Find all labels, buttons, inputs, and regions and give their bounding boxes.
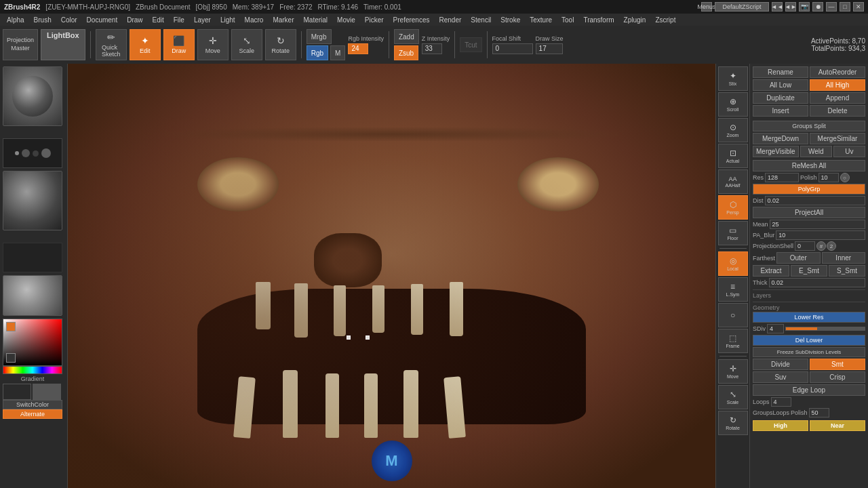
win-close-btn[interactable]: ✕ [853, 2, 864, 12]
merge-similar-button[interactable]: MergeSimilar [810, 133, 865, 144]
high-badge[interactable]: High [753, 420, 808, 431]
merge-visible-button[interactable]: MergeVisible [753, 146, 799, 157]
uv-button[interactable]: Uv [833, 146, 865, 157]
win-prev-btn[interactable]: ◄◄ [772, 2, 783, 12]
actual-button[interactable]: ⊡ Actual [718, 144, 748, 168]
polish-value2[interactable]: 50 [809, 408, 829, 418]
floor-button[interactable]: ▭ Floor [718, 221, 748, 245]
move-button[interactable]: ✛ Move [197, 29, 229, 60]
draw-button[interactable]: ⬛ Draw [163, 29, 195, 60]
quick-sketch-button[interactable]: ✏ QuickSketch [96, 29, 127, 60]
mrgb-button[interactable]: Mrgb [307, 29, 332, 44]
menu-render[interactable]: Render [435, 16, 466, 24]
merge-down-button[interactable]: MergeDown [753, 133, 808, 144]
material-preview[interactable] [3, 171, 62, 230]
divide-button[interactable]: Divide [753, 359, 808, 370]
all-high-button[interactable]: All High [810, 79, 865, 91]
alternate-button[interactable]: Alternate [3, 409, 62, 419]
dist-value[interactable]: 0.02 [765, 196, 866, 205]
sdiv-value[interactable]: 4 [767, 324, 784, 333]
menu-light[interactable]: Light [216, 16, 239, 24]
draw-size-value[interactable]: 17 [536, 43, 563, 54]
menu-alpha[interactable]: Alpha [3, 16, 28, 24]
menu-zplugin[interactable]: Zplugin [620, 16, 650, 24]
proj-shell-btn1[interactable]: # [816, 241, 826, 251]
duplicate-button[interactable]: Duplicate [753, 92, 808, 104]
auto-reorder-button[interactable]: AutoReorder [810, 66, 865, 78]
menu-transform[interactable]: Transform [579, 16, 618, 24]
menu-stencil[interactable]: Stencil [467, 16, 495, 24]
del-lower-button[interactable]: Del Lower [753, 335, 865, 346]
menu-brush[interactable]: Brush [30, 16, 56, 24]
default-script-button[interactable]: DefaultZScript [715, 2, 769, 12]
menu-tool[interactable]: Tool [557, 16, 578, 24]
zsub-button[interactable]: Zsub [394, 45, 418, 60]
menu-stroke[interactable]: Stroke [496, 16, 524, 24]
zoom-button[interactable]: ⊙ Zoom [718, 118, 748, 142]
suv-button[interactable]: Suv [753, 371, 808, 383]
menu-material[interactable]: Material [300, 16, 332, 24]
switch-color-button[interactable]: SwitchColor [3, 400, 62, 409]
frame-button[interactable]: ⬚ Frame [718, 329, 748, 353]
project-all-button[interactable]: ProjectAll [753, 207, 865, 218]
e-smt-button[interactable]: E_Smt [791, 265, 827, 277]
extract-button[interactable]: Extract [753, 265, 789, 277]
freeze-subdiv-button[interactable]: Freeze SubDivision Levels [753, 347, 865, 357]
local-button[interactable]: ◎ Local [718, 251, 748, 276]
menu-macro[interactable]: Macro [241, 16, 268, 24]
canvas-area[interactable]: M [68, 64, 715, 488]
menu-preferences[interactable]: Preferences [389, 16, 434, 24]
thick-value[interactable]: 0.02 [769, 278, 865, 287]
win-play-btn[interactable]: ◄► [785, 2, 796, 12]
insert-button[interactable]: Insert [753, 105, 808, 117]
polish-value[interactable]: 10 [818, 173, 839, 182]
menu-texture[interactable]: Texture [526, 16, 556, 24]
pa-blur-value[interactable]: 10 [776, 230, 865, 240]
zadd-button[interactable]: Zadd [394, 29, 419, 44]
win-snap-btn[interactable]: 📷 [799, 2, 810, 12]
menu-draw[interactable]: Draw [123, 16, 146, 24]
rt-rotate-button[interactable]: ↻ Rotate [718, 411, 748, 435]
rgb-button[interactable]: Rgb [307, 45, 328, 60]
brush-preview[interactable] [3, 66, 62, 126]
proj-shell-value[interactable]: 0 [795, 241, 815, 251]
remesh-all-button[interactable]: ReMesh All [753, 160, 865, 171]
rotate-button[interactable]: ↻ Rotate [265, 29, 296, 60]
smt-button[interactable]: Smt [810, 359, 865, 370]
z-intensity-value[interactable]: 33 [422, 43, 442, 54]
outer-button[interactable]: Outer [776, 252, 821, 264]
m-button[interactable]: M [330, 45, 345, 60]
win-rec-btn[interactable]: ⏺ [812, 2, 823, 12]
edit-button[interactable]: ✦ Edit [130, 29, 161, 60]
focal-shift-value[interactable]: 0 [492, 43, 533, 54]
groups-split-button[interactable]: Groups Split [753, 121, 865, 131]
weld-button[interactable]: Weld [800, 146, 832, 157]
sdiv-slider[interactable] [785, 327, 865, 331]
mean-value[interactable]: 25 [770, 220, 865, 229]
menu-document[interactable]: Document [83, 16, 122, 24]
menu-layer[interactable]: Layer [190, 16, 215, 24]
win-min-btn[interactable]: — [826, 2, 837, 12]
sphere-preview[interactable] [3, 275, 62, 316]
polygrp-button[interactable]: PolyGrp [753, 184, 865, 195]
rt-scale-button[interactable]: ⤡ Scale [718, 385, 748, 409]
lsym-button[interactable]: ≡ L.Sym [718, 277, 748, 302]
brush-dots[interactable] [3, 138, 62, 168]
res-circle-btn[interactable]: ○ [840, 173, 850, 182]
scale-button[interactable]: ⤡ Scale [231, 29, 262, 60]
near-badge[interactable]: Near [810, 420, 865, 431]
menu-color[interactable]: Color [57, 16, 81, 24]
projection-master-button[interactable]: ProjectionMaster [3, 29, 38, 60]
crisp-button[interactable]: Crisp [810, 371, 865, 383]
res-value[interactable]: 128 [765, 173, 799, 182]
win-max-btn[interactable]: □ [840, 2, 850, 12]
rgb-intensity-value[interactable]: 24 [348, 43, 368, 54]
scroll-button[interactable]: ⊕ Scroll [718, 92, 748, 117]
menus-button[interactable]: Menus [701, 2, 712, 12]
menu-picker[interactable]: Picker [361, 16, 388, 24]
edge-loop-button[interactable]: Edge Loop [753, 384, 865, 396]
s-smt-button[interactable]: S_Smt [829, 265, 865, 277]
persp-button[interactable]: ⬡ Persp [718, 195, 748, 220]
lower-res-button[interactable]: Lower Res [753, 312, 865, 323]
loops-value[interactable]: 4 [771, 397, 791, 407]
